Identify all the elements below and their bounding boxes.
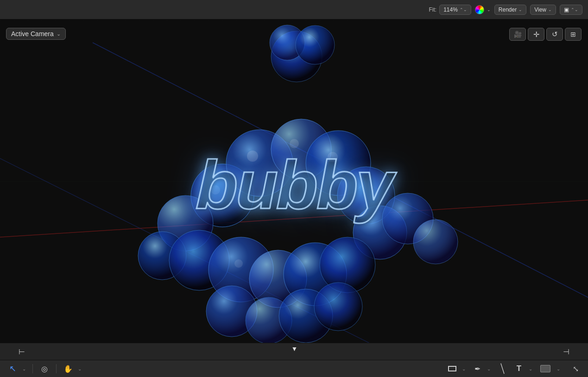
shape-tool-button[interactable] bbox=[445, 362, 459, 375]
render-chevron-icon: ⌄ bbox=[518, 7, 522, 12]
pan-hand-icon: ✋ bbox=[63, 364, 73, 373]
move-icon: ✛ bbox=[533, 30, 539, 39]
brush-icon: ╱ bbox=[497, 363, 507, 374]
view-controls-group: 🎥 ✛ ↺ ⊞ bbox=[509, 28, 582, 41]
color-group: ⌄ bbox=[475, 5, 491, 14]
bottom-toolbar: ↖ ⌄ ◎ ✋ ⌄ ⌄ ✒ ⌄ ╱ T ⌄ bbox=[0, 360, 588, 377]
view-label: View bbox=[534, 6, 546, 13]
expand-icon: ⤡ bbox=[573, 364, 579, 373]
color-tool-button[interactable] bbox=[537, 362, 554, 375]
camera-chevron-icon: ⌄ bbox=[57, 31, 61, 37]
pen-chevron-button[interactable]: ⌄ bbox=[485, 362, 493, 375]
scrubber-handle-icon: ▼ bbox=[291, 345, 298, 352]
fit-group: Fit: 114% ⌃⌄ bbox=[429, 5, 471, 15]
layout-chevron-icon: ⌃⌄ bbox=[571, 7, 578, 12]
fit-chevron-icon: ⌃⌄ bbox=[460, 7, 467, 12]
pen-tool-group: ✒ ⌄ bbox=[470, 362, 493, 375]
separator-1 bbox=[32, 364, 33, 373]
camera-label-text: Active Camera bbox=[11, 30, 54, 38]
expand-button[interactable]: ⤡ bbox=[569, 362, 582, 375]
color-swatch-icon bbox=[540, 365, 550, 372]
layout-button[interactable]: ▣ ⌃⌄ bbox=[560, 5, 582, 15]
pan-chevron-button[interactable]: ⌄ bbox=[76, 362, 83, 375]
select-tool-group: ↖ ⌄ bbox=[6, 362, 28, 375]
brush-tool-button[interactable]: ╱ bbox=[495, 362, 509, 375]
pen-icon: ✒ bbox=[474, 364, 481, 373]
color-tool-group: ⌄ bbox=[537, 362, 562, 375]
shape-rect-icon bbox=[448, 366, 456, 371]
text-chevron-button[interactable]: ⌄ bbox=[527, 362, 534, 375]
shape-tool-group: ⌄ bbox=[445, 362, 468, 375]
rotate-icon: ↺ bbox=[552, 30, 558, 38]
view-button[interactable]: View ⌄ bbox=[530, 5, 556, 15]
select-arrow-icon: ↖ bbox=[9, 364, 16, 374]
select-chevron-button[interactable]: ⌄ bbox=[20, 362, 28, 375]
layout-icon: ⊞ bbox=[570, 31, 576, 38]
layout-view-button[interactable]: ⊞ bbox=[565, 28, 582, 41]
render-label: Render bbox=[499, 6, 517, 13]
shape-chevron-button[interactable]: ⌄ bbox=[460, 362, 468, 375]
text-t-icon: T bbox=[517, 364, 521, 373]
camera-icon: 🎥 bbox=[514, 31, 522, 38]
text-tool-button[interactable]: T bbox=[512, 362, 526, 375]
pan-tool-button[interactable]: ✋ bbox=[61, 362, 75, 375]
viewport[interactable]: bubby Active Camera ⌄ 🎥 ✛ ↺ ⊞ bbox=[0, 19, 588, 343]
orbit-tool-button[interactable]: ◎ bbox=[38, 362, 51, 375]
render-button[interactable]: Render ⌄ bbox=[494, 5, 526, 15]
scene-text-bubby: bubby bbox=[195, 146, 393, 225]
move-view-button[interactable]: ✛ bbox=[528, 28, 544, 41]
timeline-bar: ⊢ ▼ ⊣ bbox=[0, 343, 588, 360]
layout-icon: ▣ bbox=[564, 6, 569, 13]
color-chevron-icon: ⌄ bbox=[487, 7, 491, 12]
timeline-start-marker: ⊢ bbox=[19, 347, 25, 356]
fit-value: 114% bbox=[443, 6, 458, 13]
pen-tool-button[interactable]: ✒ bbox=[470, 362, 484, 375]
color-chevron-button[interactable]: ⌄ bbox=[555, 362, 562, 375]
fit-button[interactable]: 114% ⌃⌄ bbox=[439, 5, 471, 15]
camera-view-button[interactable]: 🎥 bbox=[509, 28, 526, 41]
active-camera-button[interactable]: Active Camera ⌄ bbox=[6, 28, 66, 40]
fit-label: Fit: bbox=[429, 6, 436, 13]
separator-2 bbox=[56, 364, 57, 373]
timeline-end-marker: ⊣ bbox=[563, 347, 569, 356]
orbit-icon: ◎ bbox=[41, 364, 48, 373]
text-tool-group: T ⌄ bbox=[512, 362, 534, 375]
select-tool-button[interactable]: ↖ bbox=[6, 362, 19, 375]
timeline-scrubber[interactable]: ▼ bbox=[294, 343, 295, 360]
color-picker-icon[interactable] bbox=[475, 5, 484, 14]
view-chevron-icon: ⌄ bbox=[548, 7, 552, 12]
rotate-view-button[interactable]: ↺ bbox=[546, 28, 563, 41]
top-bar: Fit: 114% ⌃⌄ ⌄ Render ⌄ View ⌄ ▣ ⌃⌄ bbox=[0, 0, 588, 19]
pan-tool-group: ✋ ⌄ bbox=[61, 362, 83, 375]
